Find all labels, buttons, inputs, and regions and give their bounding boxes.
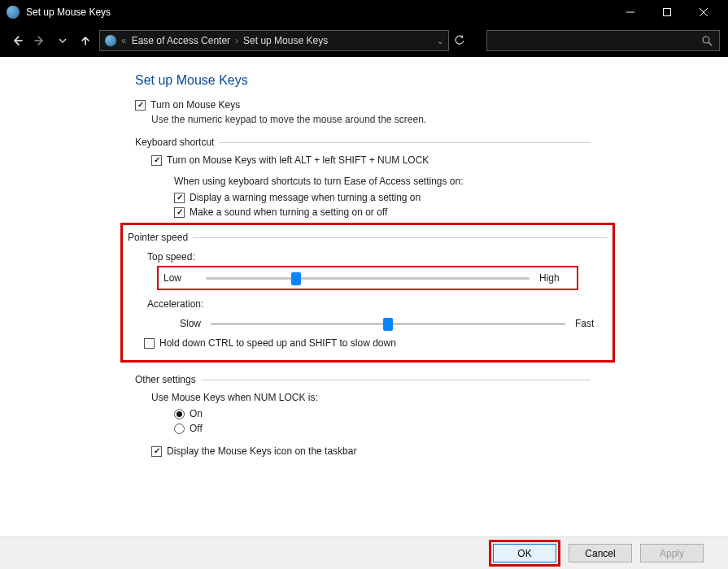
numlock-on-radio[interactable]	[174, 409, 185, 419]
svg-line-5	[708, 42, 712, 46]
location-icon	[105, 35, 116, 46]
content-area: Set up Mouse Keys Turn on Mouse Keys Use…	[0, 57, 728, 536]
numlock-on-label: On	[190, 408, 203, 419]
window-title: Set up Mouse Keys	[26, 7, 111, 18]
page-title: Set up Mouse Keys	[135, 73, 591, 88]
minimize-button[interactable]	[612, 0, 648, 24]
search-icon	[702, 36, 713, 46]
forward-button[interactable]	[31, 31, 49, 50]
recent-dropdown[interactable]	[54, 31, 72, 50]
svg-rect-1	[663, 9, 670, 16]
top-speed-low: Low	[163, 272, 196, 284]
turn-on-mouse-keys-checkbox[interactable]	[135, 100, 146, 111]
breadcrumb-seg-2[interactable]: Set up Mouse Keys	[243, 35, 328, 46]
breadcrumb-field[interactable]: « Ease of Access Center › Set up Mouse K…	[99, 30, 449, 51]
hold-ctrl-label: Hold down CTRL to speed up and SHIFT to …	[159, 337, 396, 349]
back-button[interactable]	[8, 31, 26, 50]
breadcrumb-sep-icon: ›	[235, 35, 238, 46]
app-icon	[7, 6, 20, 19]
top-speed-slider-highlight: Low High	[157, 266, 578, 290]
shortcut-enable-checkbox[interactable]	[151, 155, 162, 166]
numlock-off-label: Off	[190, 423, 203, 434]
close-icon	[700, 8, 708, 16]
maximize-button[interactable]	[648, 0, 685, 24]
make-sound-label: Make a sound when turning a setting on o…	[190, 206, 387, 218]
turn-on-mouse-keys-label: Turn on Mouse Keys	[150, 99, 240, 111]
up-arrow-icon	[80, 35, 91, 46]
back-arrow-icon	[11, 35, 23, 46]
top-speed-slider[interactable]	[206, 271, 530, 285]
ok-button-highlight: OK	[489, 540, 560, 567]
top-speed-high: High	[539, 272, 572, 284]
ok-button[interactable]: OK	[493, 544, 556, 562]
title-bar: Set up Mouse Keys	[0, 0, 728, 24]
search-box[interactable]	[486, 30, 720, 51]
warning-message-checkbox[interactable]	[174, 193, 185, 203]
other-settings-legend: Other settings	[135, 374, 591, 385]
pointer-speed-legend: Pointer speed	[128, 232, 608, 243]
acceleration-slow: Slow	[168, 318, 201, 329]
up-button[interactable]	[76, 31, 94, 50]
refresh-icon	[454, 35, 465, 46]
top-speed-label: Top speed:	[147, 251, 608, 263]
breadcrumb-seg-1[interactable]: Ease of Access Center	[132, 35, 230, 46]
taskbar-icon-label: Display the Mouse Keys icon on the taskb…	[167, 445, 356, 457]
acceleration-thumb[interactable]	[383, 318, 393, 331]
svg-point-4	[703, 37, 709, 43]
shortcut-enable-label: Turn on Mouse Keys with left ALT + left …	[167, 154, 429, 166]
keyboard-shortcut-legend: Keyboard shortcut	[135, 137, 591, 148]
breadcrumb-chevrons: «	[121, 35, 127, 46]
acceleration-fast: Fast	[575, 318, 608, 329]
minimize-icon	[626, 8, 634, 16]
close-button[interactable]	[685, 0, 721, 24]
refresh-button[interactable]	[454, 35, 473, 46]
maximize-icon	[663, 8, 671, 16]
forward-arrow-icon	[34, 35, 46, 46]
make-sound-checkbox[interactable]	[174, 207, 185, 218]
use-when-label: Use Mouse Keys when NUM LOCK is:	[151, 392, 591, 403]
cancel-button[interactable]: Cancel	[569, 544, 632, 562]
apply-button: Apply	[640, 544, 704, 562]
top-speed-thumb[interactable]	[291, 272, 301, 285]
hold-ctrl-checkbox[interactable]	[144, 338, 155, 349]
warning-message-label: Display a warning message when turning a…	[190, 192, 421, 203]
chevron-down-icon	[59, 37, 67, 45]
address-dropdown[interactable]: ⌄	[437, 37, 443, 46]
turn-on-description: Use the numeric keypad to move the mouse…	[151, 114, 591, 125]
when-using-text: When using keyboard shortcuts to turn Ea…	[174, 176, 591, 187]
acceleration-label: Acceleration:	[147, 298, 608, 310]
taskbar-icon-checkbox[interactable]	[151, 446, 162, 457]
address-bar: « Ease of Access Center › Set up Mouse K…	[0, 24, 728, 57]
footer-buttons: OK Cancel Apply	[0, 536, 728, 569]
numlock-off-radio[interactable]	[174, 423, 185, 434]
pointer-speed-highlight: Pointer speed Top speed: Low High Accele…	[120, 223, 615, 363]
acceleration-slider[interactable]	[211, 316, 565, 331]
